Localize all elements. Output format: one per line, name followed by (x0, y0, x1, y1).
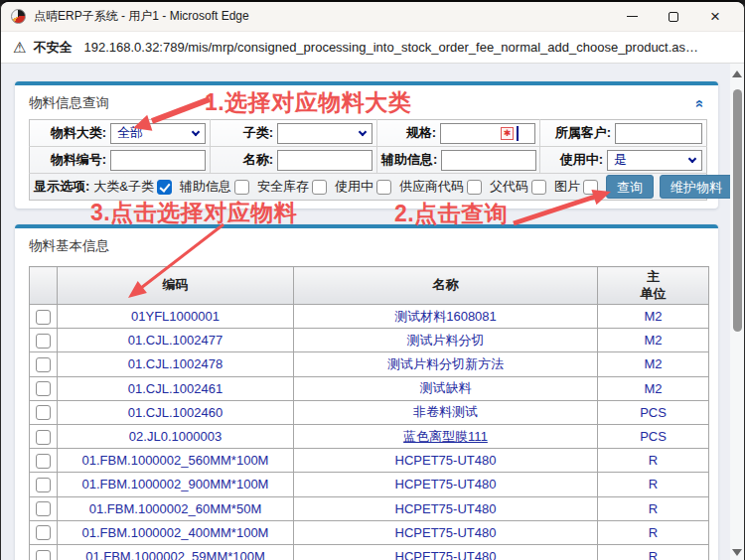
option-label: 图片 (554, 178, 580, 196)
chevron-down-icon (192, 127, 200, 135)
row-checkbox[interactable] (36, 478, 51, 492)
material-code-link[interactable]: 01.CJL.1002477 (128, 333, 223, 348)
name-input[interactable] (277, 150, 372, 171)
material-name-link[interactable]: HCPET75-UT480 (395, 453, 497, 468)
display-options-row: 显示选项: 大类&子类辅助信息安全库存使用中供应商代码父代码图片 查询 维护物料 (34, 175, 702, 199)
option-checkbox[interactable] (583, 180, 598, 195)
row-checkbox[interactable] (36, 357, 51, 372)
unit-cell: R (598, 544, 709, 560)
field-customer: 所属客户: (544, 123, 702, 144)
in-use-select[interactable]: 是 (607, 150, 702, 171)
option-checkbox[interactable] (234, 180, 249, 195)
field-material-code: 物料编号: (34, 150, 206, 171)
option-label: 辅助信息 (180, 178, 231, 196)
material-name-link[interactable]: 测试片料分切新方法 (387, 356, 504, 371)
table-row: 01.FBM.1000002_560MM*100MHCPET75-UT480R (30, 449, 709, 473)
subcategory-select[interactable] (277, 123, 372, 144)
field-material-category: 物料大类: 全部 (34, 123, 206, 144)
display-option: 父代码 (490, 178, 546, 196)
annotation-step1: 1.选择对应物料大类 (205, 87, 411, 118)
scroll-up-icon[interactable] (732, 70, 742, 77)
display-option: 大类&子类 (93, 178, 172, 196)
page-content: 物料信息查询 « 物料大类: 全部 子类: 规格: (1, 64, 744, 560)
row-checkbox[interactable] (36, 550, 51, 560)
maximize-button[interactable] (653, 3, 694, 31)
unit-cell: R (598, 496, 709, 520)
query-form: 物料大类: 全部 子类: 规格: ✱ 所属客户: (29, 119, 707, 201)
option-checkbox[interactable] (531, 180, 546, 195)
minimize-button[interactable] (611, 3, 653, 31)
material-name-link[interactable]: HCPET75-UT480 (395, 549, 497, 560)
results-panel-title: 物料基本信息 (29, 237, 109, 255)
material-name-link[interactable]: 蓝色离型膜111 (403, 429, 488, 444)
material-code-link[interactable]: 01.CJL.1002478 (128, 356, 223, 371)
option-label: 使用中 (335, 178, 373, 196)
material-code-link[interactable]: 01.CJL.1002460 (128, 405, 223, 420)
material-code-link[interactable]: 01.FBM.1000002_59MM*100M (85, 549, 265, 560)
unit-cell: R (598, 449, 709, 473)
aux-info-input[interactable] (441, 150, 536, 171)
option-checkbox[interactable] (157, 180, 172, 195)
table-row: 01.CJL.1002478测试片料分切新方法M2 (30, 352, 709, 376)
collapse-panel-icon[interactable]: « (692, 99, 707, 107)
row-checkbox[interactable] (36, 454, 51, 469)
scrollbar-thumb[interactable] (733, 89, 742, 332)
option-checkbox[interactable] (312, 180, 327, 195)
material-code-link[interactable]: 02.JL0.1000003 (129, 429, 222, 444)
row-checkbox[interactable] (36, 405, 51, 420)
option-label: 安全库存 (257, 178, 309, 196)
row-checkbox[interactable] (36, 310, 51, 325)
material-name-link[interactable]: 测试材料1608081 (394, 309, 497, 324)
col-header-name: 名称 (294, 267, 598, 305)
title-bar: 点晴ERP子系统 - 用户1 - Microsoft Edge × (1, 2, 744, 32)
close-icon: × (710, 8, 720, 25)
maintain-material-button[interactable]: 维护物料 (660, 175, 733, 199)
address-bar[interactable]: ⚠ 不安全 192.168.0.32:789/mis/mrp/consigned… (1, 32, 744, 64)
material-category-label: 物料大类: (34, 124, 110, 142)
row-checkbox[interactable] (36, 381, 51, 396)
material-code-link[interactable]: 01.FBM.1000002_900MM*100M (82, 477, 269, 491)
option-checkbox[interactable] (376, 180, 391, 195)
material-code-link[interactable]: 01.FBM.1000002_560MM*100M (82, 453, 269, 468)
option-label: 供应商代码 (399, 178, 464, 196)
vertical-scrollbar[interactable] (730, 64, 744, 560)
unit-cell: PCS (598, 424, 709, 448)
table-row: 01.CJL.1002461测试缺料M2 (30, 376, 709, 400)
material-code-link[interactable]: 01.CJL.1002461 (128, 381, 223, 396)
table-row: 01.FBM.1000002_400MM*100MHCPET75-UT480R (30, 520, 709, 544)
close-button[interactable]: × (694, 3, 736, 31)
material-code-link[interactable]: 01YFL1000001 (131, 309, 220, 324)
material-name-link[interactable]: HCPET75-UT480 (395, 501, 497, 516)
name-label: 名称: (215, 151, 277, 169)
unit-cell: M2 (598, 376, 709, 400)
query-button[interactable]: 查询 (606, 175, 654, 199)
window-controls: × (611, 3, 736, 31)
col-header-unit: 主 单位 (598, 267, 709, 305)
security-label: 不安全 (33, 39, 72, 57)
row-checkbox[interactable] (36, 334, 51, 349)
display-option: 图片 (554, 178, 598, 196)
customer-input[interactable] (615, 123, 702, 144)
field-spec: 规格: ✱ (381, 123, 535, 144)
material-category-select[interactable]: 全部 (110, 123, 206, 144)
row-checkbox[interactable] (36, 430, 51, 445)
scroll-down-icon[interactable] (732, 549, 742, 556)
material-name-link[interactable]: 测试片料分切 (407, 333, 485, 348)
material-name-link[interactable]: HCPET75-UT480 (395, 477, 497, 491)
material-name-link[interactable]: 测试缺料 (420, 380, 472, 395)
material-code-link[interactable]: 01.FBM.1000002_400MM*100M (82, 525, 269, 540)
material-name-link[interactable]: 非卷料测试 (413, 404, 478, 419)
chevron-down-icon (359, 127, 367, 135)
field-subcategory: 子类: (215, 123, 372, 144)
row-checkbox[interactable] (36, 501, 51, 516)
material-name-link[interactable]: HCPET75-UT480 (395, 525, 497, 540)
option-label: 大类&子类 (93, 178, 154, 196)
subcategory-label: 子类: (215, 124, 277, 142)
material-code-label: 物料编号: (34, 151, 110, 169)
material-code-link[interactable]: 01.FBM.1000002_60MM*50M (89, 501, 261, 516)
option-checkbox[interactable] (467, 180, 482, 195)
material-code-input[interactable] (110, 150, 206, 171)
row-checkbox[interactable] (36, 525, 51, 540)
spec-input[interactable] (440, 123, 535, 144)
maximize-icon (669, 12, 678, 22)
